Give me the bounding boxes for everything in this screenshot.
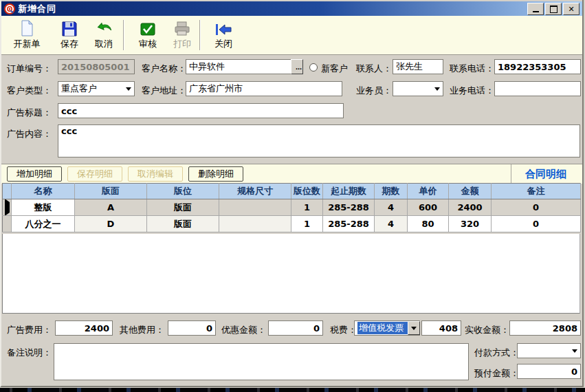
payment-method-label: 付款方式：	[474, 347, 519, 359]
cell-name[interactable]: 八分之一	[12, 216, 75, 232]
customer-browse-button[interactable]: ...	[291, 59, 303, 74]
cell-page[interactable]: D	[75, 216, 147, 232]
cell-slot-count[interactable]: 1	[291, 216, 323, 232]
contact-label: 联系人：	[356, 63, 392, 75]
new-customer-radio[interactable]	[309, 63, 318, 72]
close-form-button[interactable]: 关闭	[205, 19, 242, 52]
discount-field[interactable]	[268, 320, 323, 336]
column-header-period-range[interactable]: 起止期数	[323, 184, 375, 199]
ad-title-field[interactable]	[58, 103, 344, 118]
ad-fee-label: 广告费用：	[7, 324, 52, 336]
prepaid-field[interactable]	[517, 364, 581, 379]
maximize-icon	[550, 6, 558, 13]
contact-phone-field[interactable]	[494, 59, 581, 74]
detail-toolbar: 增加明细 保存明细 取消编辑 删除明细 合同明细	[1, 164, 582, 184]
close-icon: ✕	[568, 6, 574, 13]
cell-unit-price[interactable]: 600	[408, 199, 449, 216]
tax-type-value: 增值税发票	[357, 322, 408, 334]
column-header-unit-price[interactable]: 单价	[408, 184, 449, 199]
audit-button[interactable]: 审核	[129, 19, 166, 52]
row-selector-cell[interactable]	[3, 199, 12, 216]
column-header-periods[interactable]: 期数	[375, 184, 408, 199]
order-no-label: 订单编号：	[7, 63, 52, 75]
cell-slot-count[interactable]: 1	[291, 199, 323, 216]
toolbar-button-label: 关闭	[205, 38, 242, 50]
cell-period-range[interactable]: 285-288	[323, 216, 375, 232]
salesman-select[interactable]	[393, 81, 443, 96]
cancel-button[interactable]: 取消	[85, 19, 122, 52]
cell-period-range[interactable]: 285-288	[323, 199, 375, 216]
column-header-slot-count[interactable]: 版位数	[291, 184, 323, 199]
cell-position[interactable]: 版面	[147, 216, 219, 232]
add-detail-button[interactable]: 增加明细	[7, 166, 62, 182]
contact-phone-label: 联系电话：	[450, 63, 494, 75]
cell-remark[interactable]: 0	[492, 199, 581, 216]
save-button[interactable]: 保存	[51, 19, 88, 52]
table-row[interactable]: 整版 A 版面 1 285-288 4 600 2400 0	[3, 199, 581, 216]
tax-amount-field[interactable]	[421, 320, 461, 336]
cell-name[interactable]: 整版	[12, 199, 75, 216]
ad-fee-field[interactable]	[55, 320, 113, 336]
cell-size[interactable]	[219, 216, 291, 232]
cell-position[interactable]: 版面	[147, 199, 219, 216]
tax-dropdown-button[interactable]	[408, 321, 420, 335]
column-header-name[interactable]: 名称	[12, 184, 75, 199]
chevron-down-icon	[572, 349, 577, 353]
cell-periods[interactable]: 4	[375, 199, 408, 216]
contact-field[interactable]	[393, 59, 443, 74]
cell-page[interactable]: A	[75, 199, 147, 216]
column-header-position[interactable]: 版位	[147, 184, 219, 199]
return-close-icon	[205, 19, 242, 36]
floppy-save-icon	[51, 19, 88, 36]
column-header-remark[interactable]: 备注	[492, 184, 581, 199]
cell-amount[interactable]: 2400	[449, 199, 492, 216]
close-window-button[interactable]: ✕	[563, 3, 580, 15]
new-order-button[interactable]: 开新单	[8, 19, 45, 52]
cell-amount[interactable]: 320	[449, 216, 492, 232]
app-logo-icon	[4, 3, 15, 14]
customer-address-field[interactable]	[186, 81, 342, 96]
received-label: 实收金额：	[465, 324, 509, 336]
customer-address-label: 客户地址：	[142, 85, 186, 97]
other-fee-field[interactable]	[168, 320, 216, 336]
row-selector-cell[interactable]	[3, 216, 12, 232]
maximize-button[interactable]	[545, 3, 562, 15]
ad-content-field[interactable]: ccc	[58, 124, 580, 157]
table-row[interactable]: 八分之一 D 版面 1 285-288 4 80 320 0	[3, 216, 581, 232]
current-row-icon	[5, 199, 10, 216]
cell-periods[interactable]: 4	[375, 216, 408, 232]
title-bar[interactable]: 新增合同 ✕	[1, 1, 582, 16]
remark-field[interactable]	[54, 343, 469, 380]
chevron-down-icon	[434, 87, 440, 91]
column-header-page[interactable]: 版面	[75, 184, 147, 199]
prepaid-label: 预付金额：	[474, 367, 519, 380]
delete-detail-button[interactable]: 删除明细	[188, 166, 243, 182]
received-field[interactable]	[509, 320, 581, 336]
chevron-down-icon	[126, 87, 131, 91]
customer-name-field[interactable]	[186, 59, 291, 74]
toolbar-button-label: 审核	[129, 38, 166, 50]
new-customer-label[interactable]: 新客户	[321, 63, 348, 75]
tax-type-select[interactable]: 增值税发票	[354, 320, 420, 336]
grid-empty-area[interactable]	[2, 234, 580, 314]
toolbar-button-label: 开新单	[8, 38, 45, 50]
toolbar-button-label: 打印	[164, 38, 201, 50]
app-window: 新增合同 ✕ 开新单 保存 取消	[0, 0, 585, 392]
minimize-button[interactable]	[527, 3, 544, 15]
minimize-icon	[533, 11, 539, 12]
column-header-amount[interactable]: 金额	[449, 184, 492, 199]
sales-phone-field[interactable]	[494, 81, 581, 96]
cell-size[interactable]	[219, 199, 291, 216]
window-title: 新增合同	[18, 3, 56, 15]
toolbar-button-label: 保存	[51, 38, 88, 50]
chevron-down-icon	[411, 327, 417, 330]
ad-content-label: 广告内容：	[7, 128, 52, 140]
save-detail-button: 保存明细	[67, 166, 122, 182]
cell-remark[interactable]: 0	[492, 216, 581, 232]
cell-unit-price[interactable]: 80	[408, 216, 449, 232]
column-header-size[interactable]: 规格尺寸	[219, 184, 291, 199]
payment-method-select[interactable]	[517, 343, 581, 358]
customer-type-select[interactable]: 重点客户	[58, 81, 135, 96]
grid-corner-cell	[3, 184, 12, 199]
toolbar-separator	[199, 20, 201, 50]
